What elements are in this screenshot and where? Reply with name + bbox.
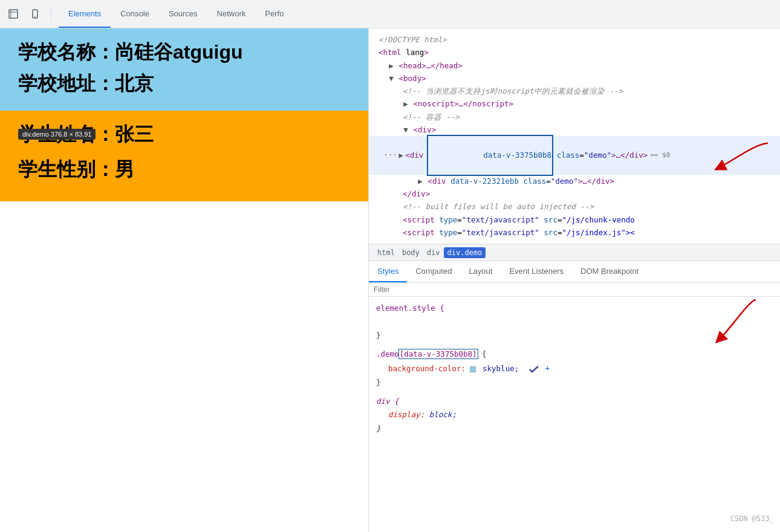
css-closing-brace-2: } — [376, 376, 773, 390]
main-area: 学校名称：尚硅谷atguigu 学校地址：北京 div.demo 376.8 ×… — [0, 28, 780, 532]
html-line-div-demo-selected[interactable]: ··· ▶ <div data-v-3375b0b8 class = "demo… — [369, 136, 780, 175]
css-selector-demo: .demo[data-v-3375b0b8] { — [376, 348, 773, 362]
html-line-body: ▼ <body> — [369, 72, 780, 85]
plus-icon[interactable]: + — [545, 363, 550, 373]
html-line-doctype: <!DOCTYPE html> — [369, 33, 780, 46]
tab-elements[interactable]: Elements — [59, 0, 111, 28]
sub-tabs: Styles Computed Layout Event Listeners D… — [369, 261, 780, 283]
school-section: 学校名称：尚硅谷atguigu 学校地址：北京 — [0, 28, 368, 111]
css-selector-element-style: element.style { — [376, 302, 773, 316]
tab-dom-breakpoints[interactable]: DOM Breakpoint — [572, 261, 647, 282]
school-addr: 学校地址：北京 — [18, 71, 356, 97]
css-rule-demo: .demo[data-v-3375b0b8] { background-colo… — [369, 348, 780, 395]
svg-point-4 — [34, 16, 36, 18]
breadcrumb-bar: html body div div.demo — [369, 244, 780, 261]
tab-perf[interactable]: Perfo — [255, 0, 293, 28]
filter-bar — [369, 283, 780, 297]
html-tree: <!DOCTYPE html> <html lang > ▶ <head>…</… — [369, 28, 780, 244]
css-rules: element.style { } .demo[data-v-3375b0b8]… — [369, 297, 780, 532]
devtools-right-panel: <!DOCTYPE html> <html lang > ▶ <head>…</… — [369, 28, 780, 532]
html-line-div-demo2[interactable]: ▶ <div data-v-22321ebb class = "demo" >…… — [369, 175, 780, 187]
html-line-noscript: ▶ <noscript>…</noscript> — [369, 97, 780, 110]
tab-styles[interactable]: Styles — [369, 261, 407, 282]
css-property-display: display: block; — [376, 408, 773, 422]
tab-event-listeners[interactable]: Event Listeners — [501, 261, 572, 282]
student-section: 学生姓名：张三 学生性别：男 — [0, 111, 368, 201]
html-line-comment2: <!-- 容器 --> — [369, 111, 780, 123]
html-line-div-close: </div> — [369, 187, 780, 200]
tab-computed[interactable]: Computed — [407, 261, 460, 282]
tab-network[interactable]: Network — [207, 0, 256, 28]
school-name: 学校名称：尚硅谷atguigu — [18, 39, 356, 66]
tab-console[interactable]: Console — [111, 0, 159, 28]
css-rule-div: div { display: block; } — [369, 395, 780, 441]
bc-html[interactable]: html — [374, 247, 398, 258]
devtools-icons — [0, 5, 59, 22]
element-tooltip: div.demo 376.8 × 83.91 — [18, 129, 96, 140]
csdn-watermark: CSDN @533_ — [730, 513, 774, 526]
html-line-comment1: <!-- 当浏览器不支持js时noscript中的元素就会被渲染 --> — [369, 85, 780, 97]
checkmark-icon — [528, 365, 539, 374]
css-rule-element-style: element.style { } — [369, 302, 780, 348]
bc-div[interactable]: div — [423, 247, 444, 258]
mobile-icon[interactable] — [27, 5, 44, 22]
css-rule-empty-line — [376, 316, 773, 329]
html-line-html: <html lang > — [369, 46, 780, 59]
css-selector-div: div { — [376, 395, 773, 409]
page-preview: 学校名称：尚硅谷atguigu 学校地址：北京 div.demo 376.8 ×… — [0, 28, 369, 532]
html-line-script1: <script type = "text/javascript" src = "… — [369, 213, 780, 226]
attr-highlight-1: data-v-3375b0b8 — [428, 136, 552, 175]
color-swatch-skyblue[interactable] — [470, 366, 476, 372]
devtools-panel: <!DOCTYPE html> <html lang > ▶ <head>…</… — [369, 28, 780, 532]
cursor-icon[interactable] — [5, 5, 22, 22]
tab-layout[interactable]: Layout — [460, 261, 501, 282]
filter-input[interactable] — [374, 285, 775, 294]
html-line-script2: <script type = "text/javascript" src = "… — [369, 226, 780, 239]
devtools-tabs: Elements Console Sources Network Perfo — [59, 0, 780, 28]
toolbar-divider — [51, 7, 51, 21]
student-gender: 学生性别：男 — [18, 157, 356, 183]
devtools-topbar: Elements Console Sources Network Perfo — [0, 0, 780, 28]
css-closing-brace-1: } — [376, 329, 773, 343]
bc-body[interactable]: body — [398, 247, 423, 258]
html-line-comment3: <!-- built files will be auto injected -… — [369, 200, 780, 213]
attr-box-demo: [data-v-3375b0b8] — [399, 349, 478, 358]
html-line-div-outer: ▼ <div> — [369, 123, 780, 136]
css-property-bg: background-color: skyblue; + — [376, 361, 773, 376]
bc-div-demo[interactable]: div.demo — [444, 247, 486, 258]
svg-rect-0 — [9, 10, 18, 18]
css-closing-brace-3: } — [376, 422, 773, 436]
tab-sources[interactable]: Sources — [159, 0, 207, 28]
html-line-head: ▶ <head>…</head> — [369, 59, 780, 72]
